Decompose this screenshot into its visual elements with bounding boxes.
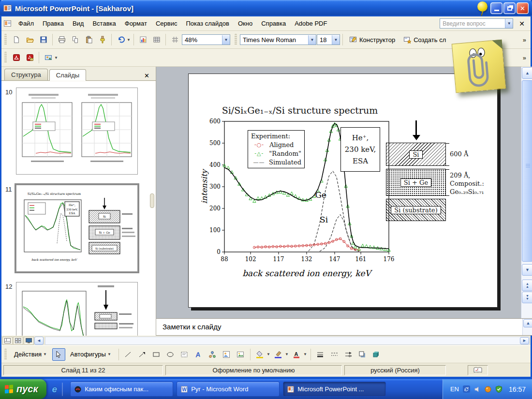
font-name-combobox[interactable]: Times New Roman ▼ (240, 34, 316, 45)
insert-chart-button[interactable] (136, 33, 149, 46)
minimize-button[interactable] (490, 2, 502, 14)
select-objects-button[interactable] (52, 348, 65, 361)
dash-style-icon[interactable] (328, 348, 341, 361)
font-size-combobox[interactable]: 18 ▼ (317, 34, 340, 45)
menu-slideshow[interactable]: Показ слайдов (181, 17, 234, 30)
slide-canvas[interactable]: Si/SiₓGe₁₋ₓ/Si structure spectrum 010020… (188, 74, 498, 308)
chevron-down-icon[interactable]: ▼ (505, 19, 513, 28)
media-dropdown-icon[interactable]: ▼ (54, 56, 59, 60)
slide-thumbnail-10[interactable] (16, 88, 138, 175)
scroll-up-icon[interactable]: ▲ (522, 67, 532, 79)
menu-edit[interactable]: Правка (38, 17, 68, 30)
tab-slides[interactable]: Слайды (49, 69, 86, 81)
chevron-down-icon[interactable]: ▼ (332, 35, 340, 44)
pane-close-icon[interactable]: ✕ (141, 71, 153, 80)
notes-placeholder[interactable]: Заметки к слайду (163, 323, 222, 331)
menu-help[interactable]: Справка (257, 17, 290, 30)
format-painter-button[interactable] (96, 33, 109, 46)
font-color-icon[interactable]: A (290, 348, 303, 361)
draw-menu-button[interactable]: Действия▼ (10, 349, 51, 360)
toolbar-options-icon[interactable]: » (521, 36, 528, 44)
new-document-button[interactable] (10, 33, 23, 46)
diagram-icon[interactable] (206, 348, 219, 361)
slide-thumbnail-12[interactable] (16, 282, 138, 336)
undo-button[interactable] (114, 33, 127, 46)
toolbar-options-icon[interactable]: » (521, 54, 528, 61)
scroll-down-icon[interactable]: ▼ (522, 264, 532, 276)
slide-thumbnail-11[interactable]: Si/SiₓGe₁₋ₓ/Si structure spectrum He⁺, 2… (16, 185, 138, 272)
menu-window[interactable]: Окно (234, 17, 257, 30)
oval-tool-icon[interactable] (164, 348, 177, 361)
undo-dropdown-icon[interactable]: ▼ (127, 38, 131, 42)
scroll-right-icon[interactable]: ► (520, 337, 529, 344)
update-icon[interactable] (485, 386, 491, 393)
vertical-scrollbar[interactable]: ▲ ▼ ▲▲ ▼▼ (521, 67, 532, 318)
sync-icon[interactable] (463, 385, 470, 393)
arrow-tool-icon[interactable] (136, 348, 149, 361)
line-color-icon[interactable] (272, 348, 285, 361)
menu-format[interactable]: Формат (120, 17, 151, 30)
copy-button[interactable] (69, 33, 82, 46)
horizontal-scrollbar[interactable]: ► (45, 337, 530, 345)
chevron-down-icon[interactable]: ▼ (222, 35, 230, 44)
notes-scrollbar[interactable]: ▲ (522, 319, 532, 335)
language-indicator[interactable]: русский (Россия) (344, 365, 446, 375)
picture-icon[interactable] (234, 348, 247, 361)
scrollbar-thumb[interactable] (522, 80, 532, 262)
menu-tools[interactable]: Сервис (151, 17, 182, 30)
task-button-powerpoint[interactable]: Microsoft PowerPoint ... (283, 382, 386, 397)
clock[interactable]: 16:57 (509, 385, 526, 393)
show-grid-button[interactable] (168, 33, 181, 46)
close-button[interactable]: ✕ (517, 2, 529, 14)
line-style-icon[interactable] (314, 348, 327, 361)
start-button[interactable]: пуск (0, 379, 46, 399)
wordart-icon[interactable]: A (192, 348, 205, 361)
convert-and-email-pdf-button[interactable] (23, 51, 36, 64)
slide-design-button[interactable]: Конструктор (345, 34, 399, 45)
rectangle-tool-icon[interactable] (150, 348, 163, 361)
textbox-tool-icon[interactable] (178, 348, 191, 361)
convert-to-pdf-button[interactable] (10, 51, 23, 64)
chevron-down-icon[interactable]: ▼ (308, 35, 316, 44)
document-close-icon[interactable]: ✕ (519, 20, 525, 28)
menu-insert[interactable]: Вставка (88, 17, 120, 30)
fill-color-dropdown-icon[interactable]: ▼ (266, 352, 271, 356)
task-button-browser[interactable]: Каким офисным пак... (70, 382, 173, 397)
internet-explorer-icon[interactable]: e (52, 384, 58, 395)
print-button[interactable] (55, 33, 68, 46)
pane-splitter[interactable] (150, 193, 154, 208)
open-file-button[interactable] (23, 33, 36, 46)
question-input[interactable] (440, 20, 505, 27)
restore-button[interactable] (503, 2, 516, 14)
font-color-dropdown-icon[interactable]: ▼ (303, 352, 308, 356)
slide-sorter-view-button[interactable] (13, 337, 23, 345)
volume-icon[interactable] (474, 386, 481, 393)
notes-pane[interactable]: Заметки к слайду ▲ (156, 318, 532, 336)
media-options-button[interactable] (42, 51, 55, 64)
normal-view-button[interactable] (2, 337, 13, 345)
zoom-combobox[interactable]: 48% ▼ (182, 34, 230, 45)
toolbar-grip[interactable] (4, 34, 7, 45)
menu-adobe-pdf[interactable]: Adobe PDF (290, 17, 331, 30)
line-tool-icon[interactable] (122, 348, 135, 361)
next-slide-button[interactable]: ▼▼ (522, 292, 532, 303)
fill-color-icon[interactable] (253, 348, 266, 361)
arrow-style-icon[interactable] (342, 348, 355, 361)
spellcheck-book-icon[interactable] (468, 365, 488, 375)
clipart-icon[interactable] (220, 348, 233, 361)
previous-slide-button[interactable]: ▲▲ (522, 280, 532, 291)
tab-outline[interactable]: Структура (4, 69, 48, 80)
menu-view[interactable]: Вид (68, 17, 89, 30)
task-button-word[interactable]: W Pyr - Microsoft Word (177, 382, 280, 397)
insert-table-button[interactable] (150, 33, 163, 46)
shadow-style-icon[interactable] (356, 348, 369, 361)
autoshapes-menu-button[interactable]: Автофигуры▼ (66, 349, 116, 360)
paste-button[interactable] (82, 33, 95, 46)
slideshow-view-button[interactable] (24, 337, 34, 345)
scroll-left-icon[interactable]: ◄ (34, 337, 44, 345)
toolbar-grip[interactable] (4, 52, 7, 63)
line-color-dropdown-icon[interactable]: ▼ (285, 352, 289, 356)
office-assistant[interactable] (452, 40, 506, 93)
save-button[interactable] (37, 33, 50, 46)
scroll-up-icon[interactable]: ▲ (523, 319, 532, 327)
